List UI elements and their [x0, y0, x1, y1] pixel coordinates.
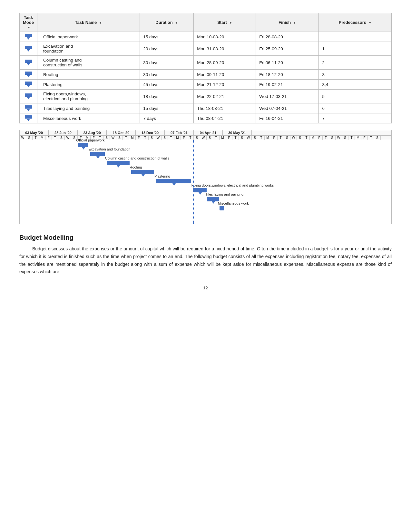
- gantt-day-cell: M: [129, 136, 136, 140]
- task-mode-cell: [20, 56, 37, 70]
- table-row: Tiles laying and painting15 daysThu 18-0…: [20, 103, 392, 113]
- gantt-day-cell: F: [181, 136, 187, 140]
- gantt-day-cell: S: [58, 136, 65, 140]
- gantt-day-cell: T: [52, 136, 58, 140]
- gantt-day-cell: S: [342, 136, 348, 140]
- gantt-period-cell: 30 May '21: [223, 130, 252, 135]
- task-name-cell: Fixing doors,windows,electrical and plum…: [37, 90, 140, 103]
- task-name-cell: Official paperwork: [37, 32, 140, 42]
- th-task-name: Task Name ▼: [37, 13, 140, 32]
- task-name-cell: Tiles laying and painting: [37, 103, 140, 113]
- duration-cell: 15 days: [140, 32, 194, 42]
- gantt-day-cell: S: [297, 136, 303, 140]
- gantt-day-cell: S: [116, 136, 123, 140]
- task-mode-cell: [20, 90, 37, 103]
- finish-cell: Fri 06-11-20: [256, 56, 319, 70]
- gantt-day-cell: S: [161, 136, 168, 140]
- task-mode-cell: [20, 70, 37, 80]
- gantt-day-cell: T: [278, 136, 284, 140]
- gantt-bar-label: Miscellaneous work: [218, 201, 249, 205]
- gantt-bar-label: Plastering: [154, 174, 170, 178]
- gantt-bar: [207, 197, 219, 201]
- table-row: Fixing doors,windows,electrical and plum…: [20, 90, 392, 103]
- predecessors-cell: 7: [319, 113, 392, 123]
- predecessors-cell: 3: [319, 70, 392, 80]
- task-mode-cell: [20, 103, 37, 113]
- gantt-bar: [107, 161, 130, 165]
- gantt-day-cell: W: [65, 136, 71, 140]
- th-start: Start ▼: [194, 13, 256, 32]
- duration-cell: 20 days: [140, 42, 194, 56]
- start-cell: Thu 18-03-21: [194, 103, 256, 113]
- start-cell: Mon 21-12-20: [194, 80, 256, 90]
- gantt-bar-label: Official paperwork: [76, 138, 104, 142]
- predecessors-cell: [319, 32, 392, 42]
- gantt-day-cell: T: [213, 136, 220, 140]
- gantt-day-cell: S: [239, 136, 245, 140]
- task-name-cell: Roofing: [37, 70, 140, 80]
- gantt-period-cell: 03 May '20: [20, 130, 49, 135]
- start-cell: Mon 28-09-20: [194, 56, 256, 70]
- gantt-day-cell: F: [361, 136, 368, 140]
- gantt-day-cell: M: [310, 136, 316, 140]
- gantt-day-cell: T: [123, 136, 129, 140]
- predecessors-cell: 2: [319, 56, 392, 70]
- gantt-day-cell: M: [220, 136, 226, 140]
- gantt-bar: [90, 152, 105, 156]
- gantt-bar: [193, 188, 207, 192]
- gantt-bar-label: Roofing: [130, 165, 142, 169]
- predecessors-cell: 1: [319, 42, 392, 56]
- gantt-day-cell: S: [329, 136, 336, 140]
- gantt-day-cell: T: [168, 136, 174, 140]
- finish-cell: Wed 07-04-21: [256, 103, 319, 113]
- table-row: Column casting andconstruction of walls3…: [20, 56, 392, 70]
- table-row: Miscellaneous work7 daysThu 08-04-21Fri …: [20, 113, 392, 123]
- start-cell: Mon 09-11-20: [194, 70, 256, 80]
- finish-cell: Fri 18-12-20: [256, 70, 319, 80]
- table-row: Official paperwork15 daysMon 10-08-20Fri…: [20, 32, 392, 42]
- start-cell: Mon 22-02-21: [194, 90, 256, 103]
- gantt-day-cell: W: [20, 136, 26, 140]
- finish-cell: Wed 17-03-21: [256, 90, 319, 103]
- start-cell: Mon 10-08-20: [194, 32, 256, 42]
- gantt-day-cell: T: [33, 136, 39, 140]
- finish-cell: Fri 16-04-21: [256, 113, 319, 123]
- duration-cell: 45 days: [140, 80, 194, 90]
- gantt-period-header: 03 May '2028 Jun '2023 Aug '2018 Oct '20…: [20, 130, 391, 136]
- gantt-day-cell: T: [303, 136, 310, 140]
- task-name-cell: Column casting andconstruction of walls: [37, 56, 140, 70]
- gantt-bar: [156, 179, 191, 183]
- gantt-day-cell: F: [271, 136, 278, 140]
- gantt-period-cell: 13 Dec '20: [136, 130, 165, 135]
- gantt-day-subheader: WSTMFTSWSTMFTSWSTMFTSWSTMFTSWSTMFTSWSTMF…: [20, 136, 391, 140]
- schedule-table: TaskMode ▼ Task Name ▼ Duration ▼ Start …: [19, 13, 392, 123]
- gantt-period-cell: 23 Aug '20: [78, 130, 107, 135]
- budget-section: Budget Modelling Budget discusses about …: [19, 234, 392, 276]
- gantt-day-cell: S: [26, 136, 33, 140]
- gantt-day-cell: S: [149, 136, 155, 140]
- predecessors-cell: 6: [319, 103, 392, 113]
- gantt-chart: 03 May '2028 Jun '2023 Aug '2018 Oct '20…: [19, 130, 392, 224]
- gantt-day-cell: T: [323, 136, 329, 140]
- gantt-day-cell: M: [39, 136, 45, 140]
- gantt-day-cell: W: [155, 136, 161, 140]
- gantt-day-cell: W: [336, 136, 342, 140]
- predecessors-cell: 5: [319, 90, 392, 103]
- task-name-cell: Plastering: [37, 80, 140, 90]
- gantt-day-cell: T: [368, 136, 374, 140]
- gantt-period-cell: 07 Feb '21: [165, 130, 194, 135]
- gantt-day-cell: T: [348, 136, 355, 140]
- duration-cell: 15 days: [140, 103, 194, 113]
- gantt-bar-label: Excavation and foundation: [89, 147, 131, 151]
- start-cell: Mon 31-08-20: [194, 42, 256, 56]
- gantt-bar: [78, 143, 88, 147]
- table-row: Roofing30 daysMon 09-11-20Fri 18-12-203: [20, 70, 392, 80]
- gantt-day-cell: S: [252, 136, 258, 140]
- gantt-day-cell: M: [355, 136, 361, 140]
- gantt-day-cell: F: [45, 136, 52, 140]
- gantt-bar: [220, 206, 224, 210]
- gantt-day-cell: T: [258, 136, 265, 140]
- task-name-cell: Excavation andfoundation: [37, 42, 140, 56]
- gantt-body: Official paperworkExcavation and foundat…: [20, 140, 252, 224]
- gantt-day-cell: F: [136, 136, 142, 140]
